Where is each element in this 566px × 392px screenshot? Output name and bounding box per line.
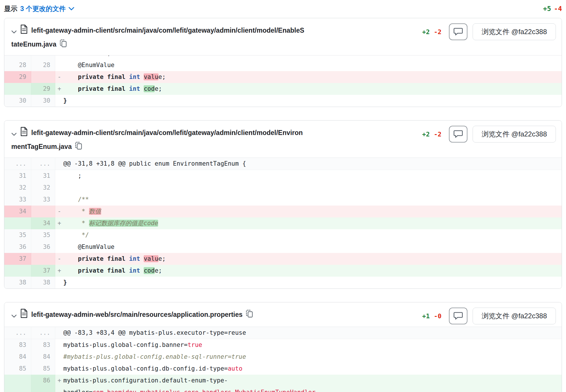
old-line-number[interactable]: 29 <box>4 71 31 83</box>
old-line-number[interactable]: 84 <box>4 351 31 363</box>
code-token: ; <box>63 172 82 179</box>
file-header: lefit-gateway-admin-client/src/main/java… <box>4 18 562 56</box>
new-line-number[interactable]: 85 <box>31 363 55 375</box>
diff-row: 3232 <box>4 182 562 194</box>
code-token <box>125 85 129 92</box>
comment-icon <box>454 27 463 36</box>
old-line-number[interactable]: 28 <box>4 59 31 71</box>
diff-sign: + <box>58 265 63 277</box>
code-token <box>63 85 78 92</box>
code-token: private final <box>78 267 125 274</box>
code-token: , <box>63 56 111 57</box>
old-line-number[interactable]: 31 <box>4 170 31 182</box>
old-line-number[interactable]: 38 <box>4 277 31 289</box>
new-line-number[interactable] <box>31 71 55 83</box>
code-line-text: handler=com.baomidou.mybatisplus.core.ha… <box>58 389 315 392</box>
copy-icon <box>60 44 67 48</box>
copy-path-button[interactable] <box>246 310 253 319</box>
diff-table: ......@@ -31,8 +31,8 @@ public enum Envi… <box>4 158 562 289</box>
new-line-number[interactable]: 27 <box>31 56 55 59</box>
copy-path-button[interactable] <box>60 39 67 48</box>
diff-sign: - <box>58 253 63 265</box>
new-line-number[interactable]: 35 <box>31 229 55 241</box>
comment-button[interactable] <box>449 23 467 40</box>
code-line: +mybatis-plus.configuration.default-enum… <box>55 375 562 392</box>
new-line-number[interactable]: 86 <box>31 375 55 392</box>
old-line-number[interactable] <box>4 265 31 277</box>
code-token: mybatis-plus.global-config.db-config.id-… <box>63 365 228 372</box>
new-line-number[interactable]: 34 <box>31 217 55 229</box>
old-line-number[interactable]: 32 <box>4 182 31 194</box>
old-line-number[interactable]: 27 <box>4 56 31 59</box>
diff-row: 2727 , <box>4 56 562 59</box>
old-line-number[interactable]: 36 <box>4 241 31 253</box>
browse-file-button[interactable]: 浏览文件 @fa22c388 <box>473 23 556 40</box>
chevron-down-icon <box>11 133 17 137</box>
copy-path-button[interactable] <box>75 142 82 151</box>
old-line-number[interactable]: 83 <box>4 339 31 351</box>
diff-row: 37- private final int value; <box>4 253 562 265</box>
new-line-number[interactable]: 28 <box>31 59 55 71</box>
code-line: #mybatis-plus.global-config.enable-sql-r… <box>55 351 562 363</box>
total-additions: +5 <box>543 5 551 12</box>
code-token <box>63 255 78 262</box>
old-line-number[interactable] <box>4 217 31 229</box>
comment-button[interactable] <box>449 126 467 143</box>
old-line-number[interactable]: ... <box>4 327 31 339</box>
old-line-number[interactable]: 30 <box>4 95 31 107</box>
old-line-number[interactable]: 34 <box>4 206 31 217</box>
old-line-number[interactable]: ... <box>4 158 31 170</box>
copy-icon <box>246 314 253 319</box>
browse-file-button[interactable]: 浏览文件 @fa22c388 <box>473 126 556 143</box>
file-additions: +1 <box>422 313 430 320</box>
diff-row: 8484#mybatis-plus.global-config.enable-s… <box>4 351 562 363</box>
old-line-number[interactable]: 35 <box>4 229 31 241</box>
old-line-number[interactable]: 33 <box>4 194 31 206</box>
new-line-number[interactable]: 31 <box>31 170 55 182</box>
show-label: 显示 <box>4 4 17 13</box>
new-line-number[interactable]: 38 <box>31 277 55 289</box>
new-line-number[interactable]: 84 <box>31 351 55 363</box>
old-line-number[interactable]: 85 <box>4 363 31 375</box>
browse-file-button[interactable]: 浏览文件 @fa22c388 <box>473 308 556 324</box>
code-line: */ <box>55 229 562 241</box>
old-line-number[interactable] <box>4 83 31 95</box>
new-line-number[interactable]: 83 <box>31 339 55 351</box>
new-line-number[interactable] <box>31 253 55 265</box>
code-line-text: @EnumValue <box>58 243 114 250</box>
changed-files-link[interactable]: 3 个更改的文件 <box>20 4 74 13</box>
code-line-text: , <box>58 56 111 57</box>
diff-row: 34+ * 标记数据库存的值是code <box>4 217 562 229</box>
new-line-number[interactable]: 30 <box>31 95 55 107</box>
code-token: @EnumValue <box>63 243 114 250</box>
collapse-file-button[interactable] <box>11 30 17 35</box>
new-line-number[interactable]: 32 <box>31 182 55 194</box>
file-additions: +2 <box>422 131 430 138</box>
file-icon <box>20 309 28 322</box>
comment-button[interactable] <box>449 308 467 324</box>
diff-row: 37+ private final int code; <box>4 265 562 277</box>
code-token: private final <box>78 255 125 262</box>
collapse-file-button[interactable] <box>11 314 17 319</box>
code-line-text: ; <box>58 172 82 179</box>
file-header-actions: +1-0浏览文件 @fa22c388 <box>422 308 556 324</box>
file-header-left: lefit-gateway-admin-client/src/main/java… <box>11 24 305 51</box>
new-line-number[interactable]: 36 <box>31 241 55 253</box>
new-line-number[interactable] <box>31 206 55 217</box>
old-line-number[interactable]: 37 <box>4 253 31 265</box>
new-line-number[interactable]: ... <box>31 327 55 339</box>
diff-row: 29- private final int value; <box>4 71 562 83</box>
diff-summary-bar: 显示 3 个更改的文件 +5-4 <box>4 2 562 15</box>
code-token: mybatis-plus.configuration.default-enum-… <box>63 377 228 384</box>
code-token <box>125 73 129 80</box>
changed-word: cod <box>144 267 155 274</box>
new-line-number[interactable]: 37 <box>31 265 55 277</box>
diff-row: 8585mybatis-plus.global-config.db-config… <box>4 363 562 375</box>
old-line-number[interactable] <box>4 375 31 392</box>
new-line-number[interactable]: ... <box>31 158 55 170</box>
new-line-number[interactable]: 33 <box>31 194 55 206</box>
collapse-file-button[interactable] <box>11 132 17 137</box>
changed-word: cod <box>144 85 155 92</box>
new-line-number[interactable]: 29 <box>31 83 55 95</box>
chevron-down-icon <box>11 315 17 319</box>
